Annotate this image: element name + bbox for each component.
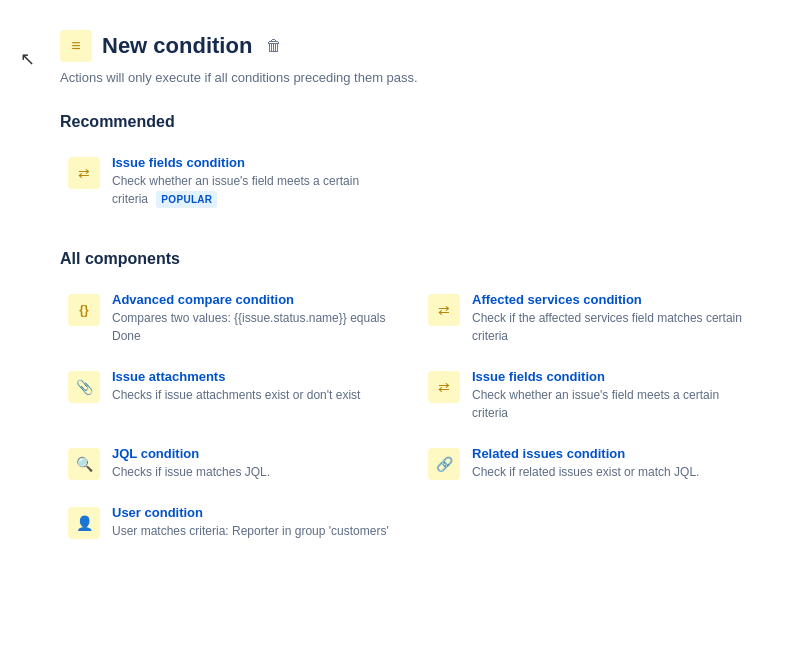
recommended-item[interactable]: ⇄ Issue fields condition Check whether a… bbox=[60, 145, 400, 218]
component-icon-0: {} bbox=[68, 294, 100, 326]
component-desc-1: Check if the affected services field mat… bbox=[472, 309, 752, 345]
all-components-section: All components {} Advanced compare condi… bbox=[60, 250, 725, 550]
condition-header-icon: ≡ bbox=[60, 30, 92, 62]
component-icon-3: ⇄ bbox=[428, 371, 460, 403]
filter-icon: ≡ bbox=[71, 37, 80, 55]
component-content-4: JQL condition Checks if issue matches JQ… bbox=[112, 446, 270, 481]
component-card-2[interactable]: 📎 Issue attachments Checks if issue atta… bbox=[60, 359, 400, 432]
component-card-5[interactable]: 🔗 Related issues condition Check if rela… bbox=[420, 436, 760, 491]
shuffle-icon: ⇄ bbox=[78, 165, 90, 181]
component-card-6[interactable]: 👤 User condition User matches criteria: … bbox=[60, 495, 400, 550]
component-content-0: Advanced compare condition Compares two … bbox=[112, 292, 392, 345]
delete-icon[interactable]: 🗑 bbox=[266, 37, 282, 55]
recommended-item-title: Issue fields condition bbox=[112, 155, 392, 170]
page-header: ≡ New condition 🗑 bbox=[60, 30, 725, 62]
component-title-1: Affected services condition bbox=[472, 292, 752, 307]
shuffle-icon-2: ⇄ bbox=[438, 379, 450, 395]
component-card-3[interactable]: ⇄ Issue fields condition Check whether a… bbox=[420, 359, 760, 432]
code-icon: {} bbox=[79, 303, 88, 317]
component-title-6: User condition bbox=[112, 505, 389, 520]
component-title-2: Issue attachments bbox=[112, 369, 360, 384]
cursor-icon: ↖ bbox=[20, 48, 35, 70]
popular-badge: POPULAR bbox=[156, 191, 217, 208]
component-icon-2: 📎 bbox=[68, 371, 100, 403]
page-title: New condition bbox=[102, 33, 252, 59]
page-subtitle: Actions will only execute if all conditi… bbox=[60, 70, 725, 85]
recommended-section: Recommended ⇄ Issue fields condition Che… bbox=[60, 113, 725, 218]
component-card-1[interactable]: ⇄ Affected services condition Check if t… bbox=[420, 282, 760, 355]
component-title-4: JQL condition bbox=[112, 446, 270, 461]
component-desc-5: Check if related issues exist or match J… bbox=[472, 463, 699, 481]
component-content-2: Issue attachments Checks if issue attach… bbox=[112, 369, 360, 404]
recommended-item-icon: ⇄ bbox=[68, 157, 100, 189]
component-desc-4: Checks if issue matches JQL. bbox=[112, 463, 270, 481]
component-content-6: User condition User matches criteria: Re… bbox=[112, 505, 389, 540]
component-card-4[interactable]: 🔍 JQL condition Checks if issue matches … bbox=[60, 436, 400, 491]
components-grid: {} Advanced compare condition Compares t… bbox=[60, 282, 725, 550]
search-icon: 🔍 bbox=[76, 456, 93, 472]
link-icon: 🔗 bbox=[436, 456, 453, 472]
component-desc-2: Checks if issue attachments exist or don… bbox=[112, 386, 360, 404]
component-title-5: Related issues condition bbox=[472, 446, 699, 461]
component-content-5: Related issues condition Check if relate… bbox=[472, 446, 699, 481]
component-icon-1: ⇄ bbox=[428, 294, 460, 326]
component-desc-3: Check whether an issue's field meets a c… bbox=[472, 386, 752, 422]
component-content-3: Issue fields condition Check whether an … bbox=[472, 369, 752, 422]
recommended-item-content: Issue fields condition Check whether an … bbox=[112, 155, 392, 208]
component-content-1: Affected services condition Check if the… bbox=[472, 292, 752, 345]
component-title-3: Issue fields condition bbox=[472, 369, 752, 384]
attachment-icon: 📎 bbox=[76, 379, 93, 395]
component-icon-4: 🔍 bbox=[68, 448, 100, 480]
page-wrapper: ↖ ≡ New condition 🗑 Actions will only ex… bbox=[60, 30, 725, 550]
component-desc-6: User matches criteria: Reporter in group… bbox=[112, 522, 389, 540]
share-icon: ⇄ bbox=[438, 302, 450, 318]
component-desc-0: Compares two values: {{issue.status.name… bbox=[112, 309, 392, 345]
component-icon-5: 🔗 bbox=[428, 448, 460, 480]
component-icon-6: 👤 bbox=[68, 507, 100, 539]
all-components-title: All components bbox=[60, 250, 725, 268]
component-card-0[interactable]: {} Advanced compare condition Compares t… bbox=[60, 282, 400, 355]
component-title-0: Advanced compare condition bbox=[112, 292, 392, 307]
recommended-section-title: Recommended bbox=[60, 113, 725, 131]
user-icon: 👤 bbox=[76, 515, 93, 531]
recommended-item-desc: Check whether an issue's field meets a c… bbox=[112, 172, 392, 208]
